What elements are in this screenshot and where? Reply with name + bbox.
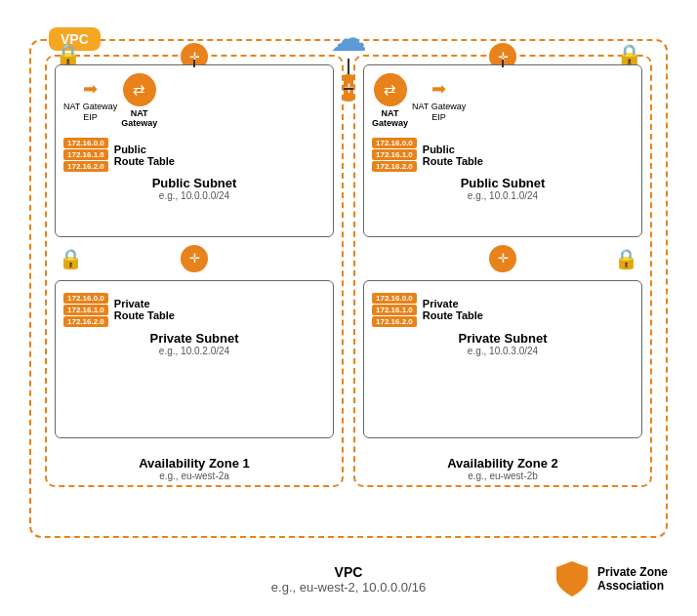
az1-public-subnet-sub: e.g., 10.0.0.0/24 xyxy=(63,190,325,201)
bottom-vpc-sub: e.g., eu-west-2, 10.0.0.0/16 xyxy=(189,580,509,595)
az2-pub-route-2: 172.16.1.0 xyxy=(372,149,417,160)
bottom-vpc-info: VPC e.g., eu-west-2, 10.0.0.0/16 xyxy=(189,564,509,595)
az1-priv-route-table: 172.16.0.0 172.16.1.0 172.16.2.0 Private… xyxy=(63,293,175,327)
az1-nat-row: ➡ NAT Gateway EIP ⇄ NAT Gateway xyxy=(63,73,325,128)
bottom-bar: VPC e.g., eu-west-2, 10.0.0.0/16 Private… xyxy=(29,559,668,598)
az2-public-subnet: ⇄ NAT Gateway ➡ NAT Gateway EIP 172.16.0… xyxy=(363,64,642,237)
az2-priv-route-label: Private Route Table xyxy=(423,298,483,321)
az2-mid-connector: ✛ xyxy=(489,245,516,272)
az2-priv-route-rows: 172.16.0.0 172.16.1.0 172.16.2.0 xyxy=(372,293,417,327)
az2-pub-route-3: 172.16.2.0 xyxy=(372,161,417,172)
az1-pub-route-3: 172.16.2.0 xyxy=(63,161,108,172)
az1-public-subnet: ➡ NAT Gateway EIP ⇄ NAT Gateway xyxy=(55,64,334,237)
az2-title: Availability Zone 2 xyxy=(355,456,650,471)
az1-mid-router-icon: ✛ xyxy=(181,245,208,272)
az2-priv-route-2: 172.16.1.0 xyxy=(372,305,417,315)
az2-nat-gw-label: NAT Gateway xyxy=(372,108,408,128)
az-columns: 🔒 ✛ ➡ NAT Gateway EIP xyxy=(45,55,652,487)
az1-mid-lock-icon: 🔒 xyxy=(59,247,83,270)
az1-nat-eip-group: ➡ NAT Gateway EIP xyxy=(63,78,117,123)
shield-icon xyxy=(554,559,590,598)
az2-footer: Availability Zone 2 e.g., eu-west-2b xyxy=(355,456,650,481)
az1-pub-route-2: 172.16.1.0 xyxy=(63,149,108,160)
az2-mid-router-icon: ✛ xyxy=(489,245,516,272)
az2-nat-gw-icon: ⇄ xyxy=(374,73,407,106)
az1-footer: Availability Zone 1 e.g., eu-west-2a xyxy=(47,456,342,481)
az2-priv-route-3: 172.16.2.0 xyxy=(372,316,417,327)
az1-public-subnet-title: Public Subnet xyxy=(63,176,325,190)
az2-pub-route-table: 172.16.0.0 172.16.1.0 172.16.2.0 Public … xyxy=(372,138,483,172)
az2-nat-eip-label: NAT Gateway EIP xyxy=(412,102,466,123)
az1-pub-route-label: Public Route Table xyxy=(114,144,175,167)
az1-priv-route-2: 172.16.1.0 xyxy=(63,305,108,315)
az1-pub-route-rows: 172.16.0.0 172.16.1.0 172.16.2.0 xyxy=(63,138,108,172)
az1-nat-gw-label: NAT Gateway xyxy=(121,108,157,128)
az1-pub-route-table: 172.16.0.0 172.16.1.0 172.16.2.0 Public … xyxy=(63,138,175,172)
az2-private-subnet: 172.16.0.0 172.16.1.0 172.16.2.0 Private… xyxy=(363,280,642,438)
az2-nat-row: ⇄ NAT Gateway ➡ NAT Gateway EIP xyxy=(372,73,634,128)
az1-priv-route-3: 172.16.2.0 xyxy=(63,316,108,327)
az2-private-subnet-sub: e.g., 10.0.3.0/24 xyxy=(372,346,634,356)
cloud-icon: ☁ xyxy=(330,20,367,57)
az1-mid-connector: ✛ xyxy=(181,245,208,272)
az1-nat-eip-label: NAT Gateway EIP xyxy=(63,102,117,123)
diagram: VPC ☁ ✛ 🔒 ✛ xyxy=(10,10,687,606)
az2-nat-eip-group: ➡ NAT Gateway EIP xyxy=(412,78,466,123)
az2-public-subnet-title: Public Subnet xyxy=(372,176,634,190)
az1-priv-route-1: 172.16.0.0 xyxy=(63,293,108,304)
az1-private-subnet-title: Private Subnet xyxy=(63,331,325,346)
az2-column: 🔒 ✛ ⇄ NAT Gatew xyxy=(353,55,652,487)
az1-private-subnet-sub: e.g., 10.0.2.0/24 xyxy=(63,346,325,356)
az2-private-subnet-title: Private Subnet xyxy=(372,331,634,346)
az1-sub: e.g., eu-west-2a xyxy=(47,471,342,481)
az1-nat-gw-group: ⇄ NAT Gateway xyxy=(121,73,157,128)
az2-nat-gw-group: ⇄ NAT Gateway xyxy=(372,73,408,128)
az2-mid-lock-icon: 🔒 xyxy=(614,247,638,270)
az2-pub-route-label: Public Route Table xyxy=(423,144,483,167)
az2-nat-eip-arrow: ➡ xyxy=(431,78,446,100)
az2-priv-route-table: 172.16.0.0 172.16.1.0 172.16.2.0 Private… xyxy=(372,293,483,327)
private-zone-badge: Private Zone Association xyxy=(509,559,669,598)
az2-priv-route-1: 172.16.0.0 xyxy=(372,293,417,304)
az2-pub-route-rows: 172.16.0.0 172.16.1.0 172.16.2.0 xyxy=(372,138,417,172)
az1-pub-route-1: 172.16.0.0 xyxy=(63,138,108,148)
az1-nat-eip-arrow: ➡ xyxy=(83,78,98,100)
az2-pub-route-1: 172.16.0.0 xyxy=(372,138,417,148)
az2-sub: e.g., eu-west-2b xyxy=(355,471,650,481)
az1-title: Availability Zone 1 xyxy=(47,456,342,471)
az1-private-subnet: 172.16.0.0 172.16.1.0 172.16.2.0 Private… xyxy=(55,280,334,438)
az1-pub-top-line xyxy=(193,60,195,67)
az1-column: 🔒 ✛ ➡ NAT Gateway EIP xyxy=(45,55,344,487)
az1-subnet-connector: 🔒 ✛ xyxy=(55,245,334,272)
az2-subnet-connector: 🔒 ✛ xyxy=(363,245,642,272)
az1-priv-route-rows: 172.16.0.0 172.16.1.0 172.16.2.0 xyxy=(63,293,108,327)
az2-pub-top-line xyxy=(502,60,504,67)
az1-priv-route-label: Private Route Table xyxy=(114,298,175,321)
private-zone-label: Private Zone Association xyxy=(597,565,668,593)
bottom-vpc-title: VPC xyxy=(189,564,509,580)
vpc-container: VPC ☁ ✛ 🔒 ✛ xyxy=(29,39,668,538)
az2-public-subnet-sub: e.g., 10.0.1.0/24 xyxy=(372,190,634,201)
az1-nat-gw-icon: ⇄ xyxy=(123,73,156,106)
